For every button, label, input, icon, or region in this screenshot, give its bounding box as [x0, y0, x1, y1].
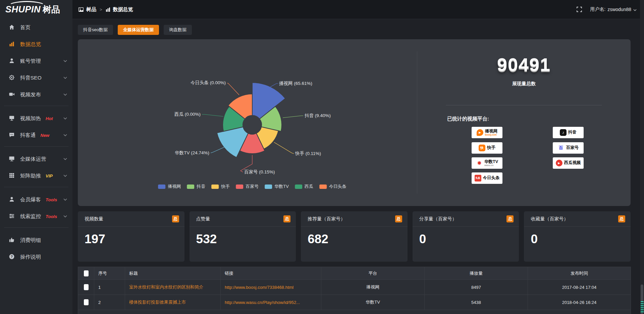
sidebar-item-数据总览[interactable]: 数据总览	[0, 36, 72, 53]
sidebar-item-全媒体运营[interactable]: 全媒体运营	[0, 151, 72, 167]
summary-divider	[446, 105, 602, 105]
sidebar-item-badge: Hot	[46, 116, 53, 121]
wasu-logo-icon: ✸	[476, 160, 483, 166]
legend-item-播视网[interactable]: 播视网	[158, 184, 181, 190]
user-icon	[9, 196, 15, 203]
stat-card-header: 点赞量总	[190, 211, 296, 227]
total-impressions-label: 展现量总数	[417, 81, 631, 87]
platform-name: 快手	[487, 146, 495, 150]
legend-item-快手[interactable]: 快手	[211, 184, 230, 190]
sidebar-item-账号管理[interactable]: 账号管理	[0, 53, 72, 69]
legend-item-西瓜[interactable]: 西瓜	[295, 184, 313, 190]
legend-item-今日头条[interactable]: 今日头条	[319, 184, 346, 190]
pie-label-line	[270, 84, 278, 87]
total-badge: 总	[506, 215, 514, 222]
pie-label-line	[274, 142, 294, 154]
platform-name: 西瓜视频	[564, 161, 581, 165]
stat-card-分享量（百家号）: 分享量（百家号）总0	[413, 211, 519, 262]
total-impressions-value: 90491	[417, 54, 631, 75]
legend-label: 华数TV	[274, 184, 289, 190]
platform-subtext: wasu.cn	[484, 164, 498, 166]
sidebar-item-label: 线索监控	[20, 213, 41, 220]
sidebar-item-会员爆客[interactable]: 会员爆客Tools	[0, 191, 72, 208]
sidebar-item-label: 会员爆客	[20, 196, 41, 203]
chat-icon	[9, 132, 15, 139]
sidebar-item-视频发布[interactable]: 视频发布	[0, 86, 72, 103]
tab-询盘数据[interactable]: 询盘数据	[164, 25, 192, 35]
sidebar-item-视频加热[interactable]: 视频加热Hot	[0, 110, 72, 127]
username-label: 用户名:	[590, 6, 605, 12]
chevron-down-icon	[63, 77, 67, 79]
platform-name: 华数TV	[484, 160, 498, 164]
help-icon: ?	[9, 254, 15, 260]
row-checkbox[interactable]	[84, 299, 89, 305]
sidebar-item-label: 视频发布	[20, 91, 41, 98]
cell-link[interactable]: http://www.wasu.cn/Play/show/id/952...	[221, 295, 321, 310]
breadcrumb-current[interactable]: 数据总览	[113, 6, 133, 13]
tab-全媒体运营数据[interactable]: 全媒体运营数据	[118, 25, 159, 35]
select-all-checkbox[interactable]	[84, 270, 89, 276]
cell-platform: 播视网	[321, 280, 425, 295]
user-menu[interactable]: 用户名: zswodun88	[590, 6, 637, 12]
chevron-down-icon	[63, 117, 67, 120]
sidebar-item-操作说明[interactable]: ?操作说明	[0, 249, 72, 265]
table-header-row: 序号标题链接平台播放量发布时间	[78, 267, 631, 280]
videos-table: 序号标题链接平台播放量发布时间 1室外水纹灯和室内水纹灯的区别和简介http:/…	[78, 267, 631, 314]
legend-label: 今日头条	[329, 184, 346, 190]
app-root: SHUPIN 树品 首页数据总览账号管理抖音SEO视频发布视频加热Hot抖客通N…	[0, 0, 644, 314]
platform-badge-text: 华数TVwasu.cn	[484, 160, 498, 166]
platform-name: 播视网	[485, 129, 498, 134]
chevron-down-icon	[63, 175, 67, 177]
stat-card-推荐量（百家号）: 推荐量（百家号）总682	[301, 211, 408, 262]
sidebar-item-首页[interactable]: 首页	[0, 19, 72, 36]
stat-card-header: 视频数量总	[78, 211, 184, 227]
legend-swatch	[211, 185, 219, 189]
stat-cards-row: 视频数量总197点赞量总532推荐量（百家号）总682分享量（百家号）总0收藏量…	[78, 211, 631, 262]
sliders-icon	[9, 213, 15, 220]
sidebar-item-抖音SEO[interactable]: 抖音SEO	[0, 69, 72, 86]
pie-slice-华数TV[interactable]	[217, 127, 248, 157]
legend-label: 播视网	[168, 184, 181, 190]
platform-name: 百家号	[566, 146, 579, 150]
sidebar-item-抖客通[interactable]: 抖客通New	[0, 127, 72, 144]
sidebar-item-badge: New	[41, 133, 50, 138]
tab-抖音seo数据[interactable]: 抖音seo数据	[78, 25, 113, 35]
platform-badge-快手: 快快手	[472, 142, 502, 154]
legend-label: 百家号	[246, 184, 259, 190]
legend-item-抖音[interactable]: 抖音	[187, 184, 205, 190]
row-checkbox-cell	[78, 310, 631, 314]
home-icon	[9, 24, 15, 31]
chart-bar-icon	[106, 7, 110, 12]
sidebar-item-label: 账号管理	[20, 58, 41, 65]
stat-card-value: 682	[301, 227, 408, 246]
sidebar-item-label: 抖客通	[20, 132, 36, 139]
legend-item-华数TV[interactable]: 华数TV	[265, 184, 289, 190]
chart-bar-icon	[9, 41, 15, 48]
total-badge: 总	[172, 215, 179, 222]
cell-index: 1	[94, 280, 125, 295]
stat-card-title: 视频数量	[85, 216, 103, 222]
legend-label: 快手	[221, 184, 230, 190]
sidebar-item-label: 消费明细	[20, 237, 41, 244]
table-header-平台: 平台	[321, 267, 425, 280]
fullscreen-icon[interactable]	[577, 7, 582, 12]
sidebar-item-消费明细[interactable]: 消费明细	[0, 232, 72, 249]
user-icon	[9, 58, 15, 64]
pie-slice-label-百家号: 百家号 (0.15%)	[244, 169, 275, 175]
logo-arc-decoration	[8, 1, 46, 11]
toutiao-logo-icon: 头条	[475, 175, 481, 181]
breadcrumb-root[interactable]: 树品	[86, 6, 96, 13]
cell-title[interactable]: 室外水纹灯和室内水纹灯的区别和简介	[125, 280, 221, 295]
sidebar-item-线索监控[interactable]: 线索监控Tools	[0, 208, 72, 225]
cell-title[interactable]: 楼体投影灯投影效果震撼上市	[125, 295, 221, 310]
row-checkbox[interactable]	[84, 284, 89, 290]
sidebar-divider	[4, 146, 68, 147]
table-header-播放量: 播放量	[425, 267, 528, 280]
app-logo[interactable]: SHUPIN 树品	[0, 0, 72, 19]
stat-card-收藏量（百家号）: 收藏量（百家号）总0	[524, 211, 631, 262]
sidebar-divider	[4, 106, 68, 106]
sidebar-item-矩阵助推[interactable]: 矩阵助推VIP	[0, 167, 72, 184]
consumption-icon	[9, 237, 15, 244]
legend-item-百家号[interactable]: 百家号	[236, 184, 259, 190]
cell-link[interactable]: http://www.boosj.com/7338468.html	[221, 280, 321, 295]
